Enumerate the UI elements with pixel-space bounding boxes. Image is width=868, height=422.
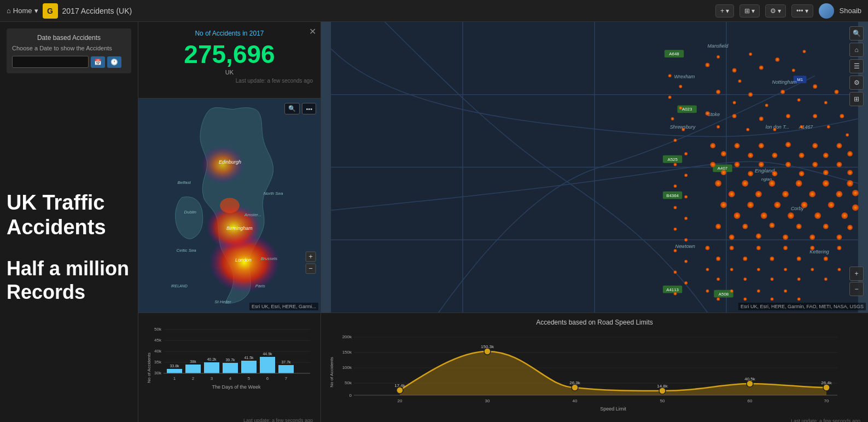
svg-text:60: 60 [748, 398, 753, 403]
line-chart-svg: No of Accidents 200k 150k 100k 50k 0 [329, 328, 848, 416]
svg-text:Belfast: Belfast [178, 180, 191, 185]
svg-text:40k: 40k [154, 349, 162, 354]
svg-text:40.2k: 40.2k [207, 357, 217, 361]
svg-text:26.4k: 26.4k [821, 380, 832, 385]
stat-sub-label: UK [146, 69, 313, 76]
svg-text:50k: 50k [154, 327, 162, 332]
line-chart-panel: Accedents based on Road Speed Limits No … [321, 313, 868, 422]
svg-text:30k: 30k [154, 371, 162, 375]
svg-text:150k: 150k [342, 350, 352, 355]
svg-text:150.3k: 150.3k [481, 344, 494, 349]
svg-text:50k: 50k [345, 380, 352, 385]
sidebar: Date based Accidents Choose a Date to sh… [0, 22, 138, 422]
svg-text:1: 1 [173, 376, 176, 381]
svg-text:20: 20 [398, 398, 403, 403]
stat-last-update: Last update: a few seconds ago [146, 78, 313, 84]
svg-text:Newtown: Newtown [675, 244, 695, 249]
map-search-button[interactable]: 🔍 [849, 26, 864, 41]
sidebar-sub-text: Half a million Records [7, 257, 131, 304]
app-logo: G [43, 3, 58, 19]
map-panel: A648 A023 A525 A407 B4364 A4113 A508 M1 … [321, 22, 868, 313]
svg-text:Kettering: Kettering [809, 249, 829, 255]
grid-view-button[interactable]: ⊞ ▾ [739, 4, 760, 18]
heatmap-search-button[interactable]: 🔍 [284, 103, 300, 114]
more-chevron-icon: ▾ [805, 7, 808, 15]
line-chart-update: Last update: a few seconds ago [329, 418, 860, 422]
close-button[interactable]: ✕ [309, 26, 316, 37]
svg-text:39.7k: 39.7k [225, 358, 235, 362]
svg-text:7: 7 [285, 376, 288, 381]
svg-text:Celtic Sea: Celtic Sea [177, 248, 197, 253]
add-chevron-icon: ▾ [726, 7, 729, 15]
svg-text:No of Accidents: No of Accidents [147, 352, 152, 383]
plus-icon: + [720, 7, 724, 15]
map-list-button[interactable]: ☰ [849, 59, 864, 73]
svg-text:A4113: A4113 [666, 287, 679, 292]
sidebar-main-text: UK Traffic Accidents [7, 190, 131, 240]
date-instruction: Choose a Date to show the Accidents [12, 45, 126, 51]
svg-text:lon don T...: lon don T... [766, 124, 789, 130]
svg-text:nglan: nglan [761, 177, 772, 182]
line-chart-title: Accedents based on Road Speed Limits [329, 319, 860, 326]
svg-text:Stoke: Stoke [708, 112, 720, 117]
stat-panel: No of Accidents in 2017 275,696 UK Last … [138, 22, 321, 99]
topbar: ⌂ Home ▾ G 2017 Accidents (UK) + ▾ ⊞ ▾ ⚙… [0, 0, 868, 22]
svg-text:2: 2 [192, 376, 195, 381]
svg-text:London: London [235, 257, 252, 263]
map-toolbar: 🔍 ⌂ ☰ ⚙ ⊞ [849, 26, 864, 106]
svg-text:50: 50 [660, 398, 665, 403]
svg-text:14.8k: 14.8k [657, 384, 668, 389]
svg-text:30: 30 [485, 398, 490, 403]
svg-text:Paris: Paris [255, 284, 265, 288]
grid-chevron-icon: ▾ [752, 7, 755, 15]
add-button[interactable]: + ▾ [715, 4, 734, 18]
svg-text:North Sea: North Sea [264, 191, 283, 196]
svg-text:Brussels: Brussels [261, 256, 277, 261]
svg-text:−: − [308, 264, 313, 273]
more-options-button[interactable]: ••• ▾ [791, 4, 813, 18]
svg-text:The Days of the Week: The Days of the Week [212, 384, 261, 390]
heatmap-more-button[interactable]: ••• [302, 103, 316, 114]
svg-text:B4364: B4364 [666, 193, 679, 198]
svg-text:Corby: Corby [791, 206, 804, 211]
user-avatar [819, 3, 834, 19]
svg-text:100k: 100k [342, 365, 352, 370]
svg-text:A525: A525 [667, 157, 678, 162]
map-attribution: Esri UK, Esri, HERE, Garmin, FAO, METI, … [738, 303, 866, 310]
home-chevron-icon: ▾ [34, 7, 38, 15]
svg-text:38k: 38k [190, 360, 196, 363]
settings-button[interactable]: ⚙ ▾ [765, 4, 786, 18]
calendar-button[interactable]: 📅 [91, 56, 105, 68]
map-zoom-in-button[interactable]: + [849, 267, 864, 281]
svg-text:5: 5 [248, 376, 251, 381]
svg-text:33.8k: 33.8k [170, 364, 179, 368]
svg-rect-38 [223, 363, 238, 373]
svg-text:70: 70 [824, 398, 829, 403]
map-grid-button[interactable]: ⊞ [849, 92, 864, 106]
clock-button[interactable]: 🕐 [107, 56, 121, 68]
svg-text:IRELAND: IRELAND [171, 284, 188, 288]
home-icon: ⌂ [7, 7, 11, 15]
ellipsis-icon: ••• [796, 7, 803, 15]
svg-rect-32 [167, 369, 182, 373]
svg-rect-34 [185, 365, 201, 373]
svg-text:Mansfield: Mansfield [708, 43, 729, 49]
heatmap-panel: 🔍 ••• [138, 99, 321, 313]
date-input-row: 📅 🕐 [12, 56, 126, 68]
grid-icon: ⊞ [744, 7, 750, 15]
map-background-svg: A648 A023 A525 A407 B4364 A4113 A508 M1 … [321, 22, 868, 313]
svg-text:17.4k: 17.4k [394, 383, 406, 388]
map-home-button[interactable]: ⌂ [849, 43, 864, 57]
heatmap-toolbar: 🔍 ••• [284, 103, 316, 114]
heatmap-attribution: Esri UK, Esri, HERE, Garmi... [249, 303, 318, 310]
svg-rect-36 [204, 362, 219, 373]
svg-text:37.7k: 37.7k [281, 360, 291, 364]
svg-text:No of Accidents: No of Accidents [329, 357, 334, 388]
home-button[interactable]: ⌂ Home ▾ [7, 7, 38, 15]
stat-value: 275,696 [146, 39, 313, 69]
map-zoom-out-button[interactable]: − [849, 282, 864, 296]
svg-text:Amster...: Amster... [244, 212, 261, 217]
svg-text:Shrewsbury: Shrewsbury [670, 124, 696, 130]
date-input[interactable] [12, 56, 89, 68]
map-settings-button[interactable]: ⚙ [849, 76, 864, 90]
